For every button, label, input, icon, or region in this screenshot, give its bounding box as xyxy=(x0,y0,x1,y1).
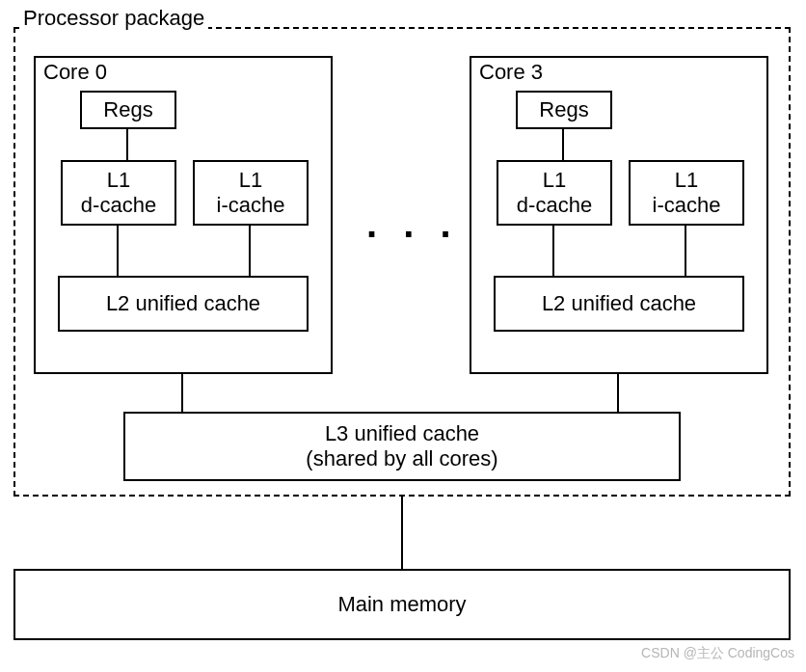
core-0-l2-cache: L2 unified cache xyxy=(58,276,309,332)
connector xyxy=(126,129,128,160)
memory-hierarchy-diagram: Processor package Core 0 Regs L1 d-cache… xyxy=(0,0,806,672)
package-label: Processor package xyxy=(19,6,208,31)
core-3-l1-dcache: L1 d-cache xyxy=(497,160,612,226)
core-3-l1-icache: L1 i-cache xyxy=(629,160,744,226)
connector xyxy=(617,374,619,412)
core-3-regs: Regs xyxy=(516,91,612,129)
core-0-regs: Regs xyxy=(80,91,176,129)
connector xyxy=(117,226,119,276)
core-3-label: Core 3 xyxy=(479,60,543,85)
watermark-text: CSDN @主公 CodingCos xyxy=(641,645,794,662)
l3-label-line1: L3 unified cache xyxy=(325,421,479,446)
main-memory: Main memory xyxy=(13,569,791,640)
l3-label-line2: (shared by all cores) xyxy=(306,446,497,471)
connector xyxy=(685,226,686,276)
connector xyxy=(562,129,564,160)
core-0-l1-dcache: L1 d-cache xyxy=(61,160,176,226)
core-0-label: Core 0 xyxy=(43,60,107,85)
core-0-l1-icache: L1 i-cache xyxy=(193,160,309,226)
l3-cache: L3 unified cache (shared by all cores) xyxy=(123,412,681,481)
connector xyxy=(552,226,554,276)
connector xyxy=(249,226,251,276)
ellipsis-icon: . . . xyxy=(366,202,459,246)
connector xyxy=(181,374,183,412)
core-3-l2-cache: L2 unified cache xyxy=(494,276,744,332)
connector xyxy=(401,497,403,569)
